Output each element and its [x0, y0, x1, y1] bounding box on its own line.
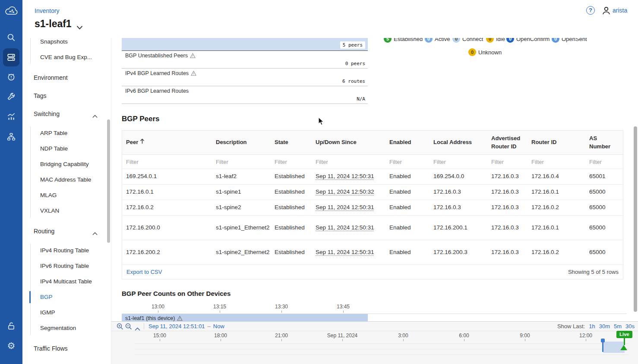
- legend-active[interactable]: 0 Active: [425, 38, 450, 43]
- zoom-in-icon[interactable]: [117, 323, 123, 332]
- collapse-chevron-up-icon[interactable]: [135, 325, 140, 333]
- col-header-local-address[interactable]: Local Address: [430, 138, 487, 147]
- show-last-label: Show Last:: [557, 323, 585, 329]
- legend-opensent[interactable]: 0 OpenSent: [552, 38, 587, 43]
- show-last-5m[interactable]: 5m: [614, 323, 622, 329]
- col-header-enabled[interactable]: Enabled: [385, 138, 430, 147]
- device-count-bar[interactable]: s1-leaf1 (this device): [122, 314, 368, 321]
- live-badge[interactable]: Live: [616, 331, 632, 338]
- filter-input-since[interactable]: [316, 159, 383, 165]
- legend-unknown[interactable]: 0 Unknown: [468, 48, 502, 56]
- search-icon[interactable]: [0, 30, 22, 45]
- show-last-controls: Show Last: 1h 30m 5m 30s: [557, 323, 635, 329]
- page-scrollbar-thumb[interactable]: [634, 126, 637, 312]
- since-link[interactable]: Sep 11, 2024 12:50:31: [316, 249, 374, 255]
- range-start-handle[interactable]: [601, 339, 605, 342]
- filter-input-peer[interactable]: [126, 159, 210, 165]
- switching-collapse-chevron-up-icon[interactable]: [92, 112, 98, 120]
- page-scrollbar[interactable]: [633, 38, 638, 364]
- table-row[interactable]: 172.16.0.2 s1-spine2 Established Sep 11,…: [122, 200, 623, 216]
- mini-axis-tickmark: [158, 311, 158, 313]
- routing-collapse-chevron-up-icon[interactable]: [92, 229, 98, 237]
- sidebar-item-bgp[interactable]: BGP: [22, 292, 111, 302]
- legend-idle[interactable]: 0 Idle: [486, 38, 505, 43]
- legend-connect[interactable]: 0 Connect: [452, 38, 483, 43]
- sidebar-item-environment[interactable]: Environment: [22, 72, 111, 83]
- table-row[interactable]: 172.16.200.2 s1-spine2_Ethernet2 Establi…: [122, 240, 623, 265]
- col-header-router-id[interactable]: Router ID: [527, 138, 585, 147]
- sidebar-item-ipv4-routing[interactable]: IPv4 Routing Table: [22, 245, 111, 256]
- sidebar-item-mac-table[interactable]: MAC Address Table: [22, 175, 111, 185]
- sidebar-item-routing[interactable]: Routing: [22, 226, 111, 236]
- since-link[interactable]: Sep 11, 2024 12:50:31: [316, 204, 374, 210]
- settings-gear-icon[interactable]: ⚙: [0, 338, 22, 353]
- scrubber-track-line: [135, 355, 629, 355]
- sidebar-item-cve-bug[interactable]: CVE and Bug Exp...: [22, 52, 111, 63]
- sidebar-item-igmp[interactable]: IGMP: [22, 308, 111, 318]
- col-header-state[interactable]: State: [271, 138, 312, 147]
- user-name[interactable]: arista: [613, 7, 627, 14]
- since-link[interactable]: Sep 11, 2024 12:50:32: [316, 188, 374, 195]
- filter-input-router-id[interactable]: [531, 159, 583, 165]
- stat-row-ipv4-learned-routes[interactable]: IPv4 BGP Learned Routes 6 routes: [122, 69, 368, 86]
- provisioning-wrench-icon[interactable]: [0, 89, 22, 104]
- filter-input-as[interactable]: [589, 159, 622, 165]
- sidebar-item-ipv6-routing[interactable]: IPv6 Routing Table: [22, 261, 111, 271]
- sidebar-item-vxlan[interactable]: VXLAN: [22, 206, 111, 216]
- filter-input-local[interactable]: [433, 159, 485, 165]
- filter-input-description[interactable]: [216, 159, 268, 165]
- breadcrumb-inventory[interactable]: Inventory: [35, 7, 60, 14]
- stat-row-established-peers[interactable]: 5 peers: [122, 38, 368, 51]
- col-header-description[interactable]: Description: [212, 138, 271, 147]
- sidebar-item-segmentation[interactable]: Segmentation: [22, 323, 111, 333]
- table-row[interactable]: 172.16.200.0 s1-spine1_Ethernet2 Establi…: [122, 216, 623, 240]
- events-alarm-icon[interactable]: [0, 69, 22, 84]
- range-start[interactable]: Sep 11, 2024 12:51:01: [148, 323, 205, 329]
- help-icon[interactable]: ?: [586, 6, 595, 15]
- device-switcher-chevron-down-icon[interactable]: [76, 24, 83, 31]
- show-last-1h[interactable]: 1h: [589, 323, 595, 329]
- col-header-advertised-router-id[interactable]: Advertised Router ID: [487, 135, 527, 151]
- col-header-as-number[interactable]: AS Number: [585, 135, 624, 151]
- sidebar-item-ipv4-multicast[interactable]: IPv4 Multicast Table: [22, 276, 111, 287]
- legend-established[interactable]: 5 Established: [384, 38, 423, 43]
- export-csv-link[interactable]: Export to CSV: [126, 269, 162, 275]
- sidebar-item-ndp-table[interactable]: NDP Table: [22, 144, 111, 154]
- filter-input-enabled[interactable]: [389, 159, 427, 165]
- device-bar-label: s1-leaf1 (this device): [125, 315, 175, 321]
- mini-axis-tick: 13:00: [145, 304, 171, 310]
- sidebar-item-switching[interactable]: Switching: [22, 109, 111, 119]
- col-header-peer[interactable]: Peer: [122, 138, 212, 147]
- timeline-tickmark: [525, 339, 525, 341]
- topology-network-icon[interactable]: [0, 129, 22, 144]
- sidebar-item-snapshots[interactable]: Snapshots: [22, 38, 111, 47]
- since-link[interactable]: Sep 11, 2024 12:50:31: [316, 224, 374, 231]
- filter-input-advertised[interactable]: [491, 159, 525, 165]
- mini-axis-tick: 13:45: [330, 304, 356, 310]
- unlock-icon[interactable]: [0, 319, 22, 333]
- sidebar-item-mlag[interactable]: MLAG: [22, 190, 111, 201]
- mini-axis-tick: 13:15: [207, 304, 233, 310]
- timeline-tick: 6:00: [445, 333, 483, 339]
- legend-openconfirm[interactable]: 0 OpenConfirm: [506, 38, 550, 43]
- user-avatar-icon[interactable]: [601, 6, 611, 17]
- stat-row-unestablished-peers[interactable]: BGP Unestablished Peers 0 peers: [122, 51, 368, 69]
- table-filter-row: [122, 155, 623, 169]
- sidebar-item-arp-table[interactable]: ARP Table: [22, 128, 111, 138]
- sidebar-item-tags[interactable]: Tags: [22, 91, 111, 101]
- stat-row-ipv6-learned-routes[interactable]: IPv6 BGP Learned Routes N/A: [122, 86, 368, 104]
- metrics-chart-icon[interactable]: [0, 109, 22, 124]
- inventory-devices-icon[interactable]: [0, 50, 22, 65]
- cloudvision-logo-icon[interactable]: [0, 3, 22, 19]
- filter-input-state[interactable]: [275, 159, 310, 165]
- sidebar-item-traffic-flows[interactable]: Traffic Flows: [22, 343, 111, 354]
- show-last-30m[interactable]: 30m: [599, 323, 610, 329]
- col-header-updown-since[interactable]: Up/Down Since: [312, 138, 385, 147]
- range-end[interactable]: Now: [213, 323, 224, 329]
- since-link[interactable]: Sep 11, 2024 12:50:31: [316, 173, 374, 179]
- zoom-out-icon[interactable]: [125, 323, 132, 332]
- table-row[interactable]: 172.16.0.1 s1-spine1 Established Sep 11,…: [122, 185, 623, 200]
- nav-scrollbar-thumb[interactable]: [107, 119, 110, 243]
- table-row[interactable]: 169.254.0.1 s1-leaf2 Established Sep 11,…: [122, 169, 623, 185]
- sidebar-item-bridging[interactable]: Bridging Capability: [22, 159, 111, 169]
